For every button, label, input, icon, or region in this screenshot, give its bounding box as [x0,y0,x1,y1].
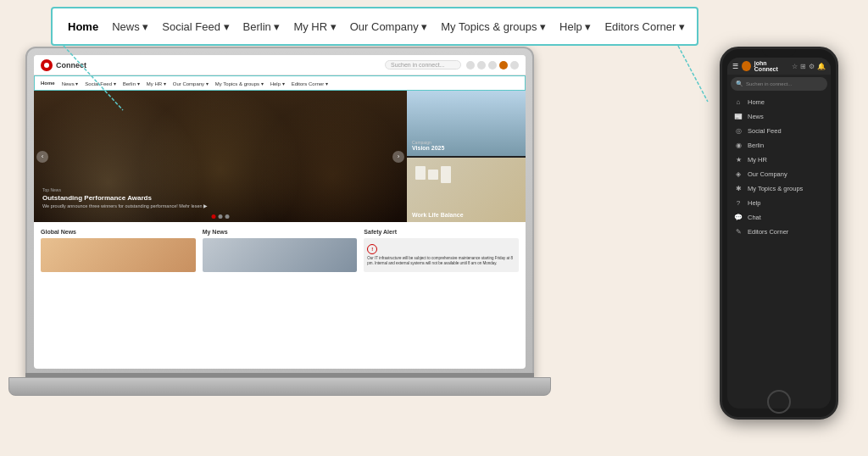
screen-nav-topics[interactable]: My Topics & groups ▾ [213,80,266,87]
phone-nav-editors[interactable]: ✎ Editors Corner [727,225,831,239]
help-icon: ? [734,199,743,207]
chat-icon: 💬 [734,214,743,221]
top-nav-item-news[interactable]: News ▾ [107,17,153,36]
phone-avatar[interactable] [742,61,751,71]
phone-bell-icon[interactable]: 🔔 [817,63,826,70]
top-nav-item-social-feed[interactable]: Social Feed ▾ [157,17,234,36]
screen-nav-help[interactable]: Help ▾ [268,80,287,87]
phone-nav-news[interactable]: 📰 News [727,109,831,124]
screen-search-bar[interactable]: Suchen in connect... [385,60,461,70]
phone-nav-chat[interactable]: 💬 Chat [727,210,831,225]
hero-next-button[interactable]: › [392,151,404,163]
safety-alert-text: Our IT infrastructure will be subject to… [367,256,515,266]
phone-home-button[interactable] [767,390,791,414]
hero-campaign-panel[interactable]: Campaign Vision 2025 [407,91,526,156]
phone-nav-list: ⌂ Home 📰 News ◎ Social Feed ◉ Berlin ★ [727,93,831,241]
safety-alert-content: ! Our IT infrastructure will be subject … [364,238,519,272]
logo-icon [41,59,53,71]
screen-nav: Home News ▾ Social Feed ▾ Berlin ▾ My HR… [34,75,526,91]
hero-wlb-title: Work Life Balance [412,212,464,218]
top-nav-item-home[interactable]: Home [63,17,103,36]
top-nav-bar: HomeNews ▾Social Feed ▾Berlin ▾My HR ▾Ou… [51,7,698,46]
screen-nav-company[interactable]: Our Company ▾ [170,80,211,87]
phone-nav-editors-label: Editors Corner [748,228,788,236]
screen-nav-home[interactable]: Home [38,80,58,86]
screen-nav-editors[interactable]: Editors Corner ▾ [289,80,331,87]
phone-nav-home[interactable]: ⌂ Home [727,95,831,109]
top-nav-item-our-company[interactable]: Our Company ▾ [345,17,433,36]
phone-app-name: john Connect [754,60,788,72]
phone-nav-berlin-label: Berlin [748,142,764,149]
phone-screen: ☰ john Connect ☆ ⊞ ⚙ 🔔 🔍 Suchen in conne… [727,58,831,409]
global-news-image[interactable] [41,238,196,272]
hero-top-news-label: Top News [42,187,208,192]
top-nav-item-editors-corner[interactable]: Editors Corner ▾ [599,17,689,36]
phone-nav-chat-label: Chat [748,214,761,221]
hero-dot-1[interactable] [212,214,216,219]
news-section-safety: Safety Alert ! Our IT infrastructure wil… [364,229,519,272]
screen-nav-myhr[interactable]: My HR ▾ [144,80,169,87]
hero-main: ‹ › Top News Outstanding Performance Awa… [34,91,407,222]
phone-nav-help-label: Help [748,199,760,207]
hero-dots [212,214,230,219]
hero-dot-3[interactable] [225,214,230,219]
phone-star-icon[interactable]: ☆ [792,63,798,70]
hero-dot-2[interactable] [219,214,223,219]
screen-nav-social[interactable]: Social Feed ▾ [82,80,118,87]
logo-text: Connect [56,61,86,70]
screen-topbar: Connect Suchen in connect... [34,55,526,75]
phone-nav-home-label: Home [748,98,765,106]
phone-nav-myhr-label: My HR [748,156,767,164]
phone-gear-icon[interactable]: ⚙ [809,63,815,70]
phone-nav-company-label: Our Company [748,170,787,178]
global-news-title: Global News [41,229,196,235]
screen-logo: Connect [41,59,86,71]
top-nav-item-berlin[interactable]: Berlin ▾ [238,17,286,36]
phone-nav-topics[interactable]: ✱ My Topics & groups [727,181,831,196]
search-placeholder: Suchen in connect... [391,62,444,68]
topics-icon: ✱ [734,185,743,192]
phone-nav-social-label: Social Feed [748,127,782,135]
phone-topbar: ☰ john Connect ☆ ⊞ ⚙ 🔔 [727,58,831,75]
icon-bell[interactable] [477,61,486,70]
icon-more[interactable] [510,61,519,70]
laptop-base [8,377,551,396]
social-icon: ◎ [734,127,743,135]
phone-nav-news-label: News [748,113,764,120]
my-news-image[interactable] [203,238,358,272]
phone-body: ☰ john Connect ☆ ⊞ ⚙ 🔔 🔍 Suchen in conne… [720,47,838,420]
phone-nav-myhr[interactable]: ★ My HR [727,153,831,167]
avatar[interactable] [499,61,508,70]
phone-nav-social[interactable]: ◎ Social Feed [727,124,831,138]
hero-subtitle: We proudly announce three winners for ou… [42,203,208,209]
editors-icon: ✎ [734,228,743,236]
screen-top-icons [466,61,519,70]
laptop-body: Connect Suchen in connect... Home News ▾… [25,47,534,377]
company-icon: ◈ [734,170,743,178]
phone-grid-icon[interactable]: ⊞ [800,63,806,70]
phone-nav-berlin[interactable]: ◉ Berlin [727,138,831,153]
phone-notch [762,49,796,56]
top-nav-item-help[interactable]: Help ▾ [554,17,596,36]
top-nav-item-my-topics-&-groups[interactable]: My Topics & groups ▾ [436,17,551,36]
phone-menu-icon[interactable]: ☰ [732,63,738,70]
icon-grid[interactable] [466,61,475,70]
news-section-my: My News [203,229,358,272]
phone-search-icon: 🔍 [736,81,743,87]
laptop-screen: Connect Suchen in connect... Home News ▾… [34,55,526,369]
top-nav-item-my-hr[interactable]: My HR ▾ [288,17,341,36]
phone-nav-company[interactable]: ◈ Our Company [727,167,831,181]
phone-search-bar[interactable]: 🔍 Suchen in connect... [731,77,827,91]
myhr-icon: ★ [734,156,743,164]
screen-nav-berlin[interactable]: Berlin ▾ [120,80,142,87]
phone-nav-help[interactable]: ? Help [727,196,831,210]
news-icon: 📰 [734,113,743,120]
icon-chat[interactable] [488,61,497,70]
screen-nav-news[interactable]: News ▾ [59,80,81,87]
phone-top-icons: ☆ ⊞ ⚙ 🔔 [792,63,826,70]
campaign-title: Vision 2025 [412,145,444,151]
hero-wlb-panel[interactable]: Work Life Balance [407,158,526,223]
laptop: Connect Suchen in connect... Home News ▾… [25,47,551,437]
svg-line-1 [678,46,708,102]
hero-prev-button[interactable]: ‹ [36,151,48,163]
